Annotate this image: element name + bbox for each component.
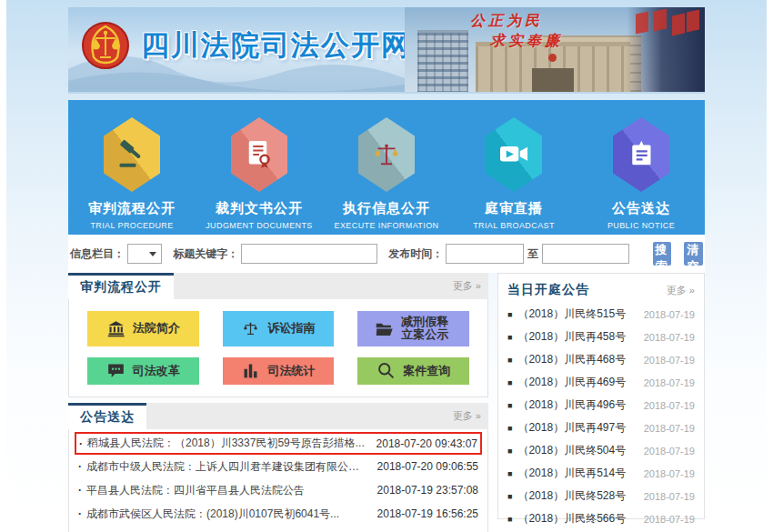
- hexagon-tile[interactable]: [486, 117, 542, 192]
- nav-public-notice[interactable]: 公告送达 PUBLIC NOTICE: [577, 117, 705, 235]
- more-link[interactable]: 更多 »: [453, 279, 488, 293]
- todays-hearings-panel: 当日开庭公告 更多 » ■ （2018）川民终515号 2018-07-19 ■…: [497, 273, 705, 519]
- hearing-list-item[interactable]: ■ （2018）川民再469号 2018-07-19: [498, 371, 704, 394]
- notice-list-item-highlighted[interactable]: · 稻城县人民法院：（2018）川3337民初59号原告彭措格... 2018-…: [75, 432, 482, 455]
- hearing-case-number: （2018）川民再458号: [517, 329, 643, 345]
- hearing-date: 2018-07-19: [644, 309, 695, 320]
- hearing-list-item[interactable]: ■ （2018）川民再468号 2018-07-19: [498, 348, 704, 371]
- hearing-list-item[interactable]: ■ （2018）川民再514号 2018-07-19: [498, 462, 704, 485]
- case-query-button[interactable]: 案件查询: [357, 357, 469, 385]
- nav-execute-information[interactable]: 执行信息公开 EXECUTE INFORMATION: [323, 117, 450, 235]
- hearing-list-item[interactable]: ■ （2018）川民终504号 2018-07-19: [498, 439, 704, 462]
- hexagon-tile[interactable]: [358, 117, 415, 192]
- hearing-case-number: （2018）川民再514号: [517, 466, 643, 481]
- hearing-list-item[interactable]: ■ （2018）川民终515号 2018-07-19: [498, 303, 704, 326]
- square-bullet-icon: ■: [507, 492, 512, 501]
- tab-public-notice[interactable]: 公告送达: [68, 403, 146, 429]
- sidebar: 当日开庭公告 更多 » ■ （2018）川民终515号 2018-07-19 ■…: [497, 273, 705, 532]
- keyword-input[interactable]: [241, 244, 377, 264]
- hearing-case-number: （2018）川民再497号: [517, 420, 643, 436]
- notice-title: 成都市中级人民法院：上诉人四川君羊建设集团有限公司与被上诉...: [86, 459, 368, 475]
- notice-date: 2018-07-19 23:57:08: [377, 484, 478, 497]
- nav-label-en: JUDGMENT DOCUMENTS: [196, 221, 323, 230]
- nav-trial-broadcast[interactable]: 庭审直播 TRIAL BROADCAST: [450, 117, 577, 235]
- date-to-input[interactable]: [542, 244, 629, 264]
- sidebar-title: 当日开庭公告: [507, 282, 589, 298]
- nav-label-cn: 公告送达: [577, 200, 705, 217]
- main-content: 审判流程公开 更多 » 法院简介: [68, 273, 705, 532]
- red-flag-icon: [672, 14, 685, 36]
- red-flag-icon: [687, 10, 699, 33]
- court-intro-button[interactable]: 法院简介: [87, 311, 199, 346]
- crowd-photo: [627, 7, 705, 92]
- date-from-input[interactable]: [446, 244, 524, 264]
- more-link[interactable]: 更多 »: [667, 284, 695, 297]
- nav-label-cn: 审判流程公开: [68, 200, 196, 217]
- more-link[interactable]: 更多 »: [453, 409, 488, 423]
- left-column: 审判流程公开 更多 » 法院简介: [68, 273, 488, 532]
- keyword-label: 标题关键字：: [173, 246, 238, 262]
- notice-title: 稻城县人民法院：（2018）川3337民初59号原告彭措格...: [87, 436, 367, 451]
- hexagon-tile[interactable]: [231, 117, 287, 192]
- notice-list-item[interactable]: · 平昌县人民法院：四川省平昌县人民法院公告 2018-07-19 23:57:…: [75, 478, 482, 502]
- hearing-case-number: （2018）川民终566号: [517, 511, 643, 527]
- nav-label-cn: 庭审直播: [450, 200, 577, 217]
- date-label: 发布时间：: [388, 246, 443, 262]
- notice-list-item[interactable]: · 成都市武侯区人民法院：(2018)川0107民初6041号... 2018-…: [75, 502, 482, 526]
- hearing-list-item[interactable]: ■ （2018）川民终566号 2018-07-19: [498, 507, 704, 530]
- notice-title: 成都市武侯区人民法院：(2018)川0107民初6041号...: [86, 507, 368, 522]
- site-banner: 四川法院司法公开网 公正为民 求实奉廉: [68, 7, 705, 94]
- button-label: 法院简介: [133, 322, 180, 336]
- hearing-case-number: （2018）川民再496号: [517, 397, 643, 413]
- hearing-list-item[interactable]: ■ （2018）川民再458号 2018-07-19: [498, 326, 704, 348]
- hexagon-tile[interactable]: [104, 117, 160, 192]
- hexagon-tile[interactable]: [613, 117, 669, 192]
- magnifier-icon: [376, 361, 396, 380]
- hearing-list-item[interactable]: ■ （2018）川民再496号 2018-07-19: [498, 394, 704, 417]
- notice-list-item[interactable]: · 成都市中级人民法院：上诉人四川君羊建设集团有限公司与被上诉... 2018-…: [75, 455, 482, 478]
- hearing-date: 2018-07-19: [644, 355, 695, 366]
- square-bullet-icon: ■: [507, 515, 512, 524]
- hearing-list-item[interactable]: ■ （2018）川民再497号 2018-07-19: [498, 417, 704, 439]
- page: 四川法院司法公开网 公正为民 求实奉廉: [68, 7, 705, 532]
- category-select[interactable]: [127, 244, 162, 264]
- office-tower-image: [417, 30, 468, 92]
- tab-trial-procedure[interactable]: 审判流程公开: [68, 273, 174, 299]
- hearing-date: 2018-07-19: [644, 491, 695, 502]
- notice-list-item[interactable]: · 平昌县人民法院：原告牟文均诉被告覃奇才民间借贷纠纷一案民事... 2018-…: [75, 526, 482, 532]
- nav-label-cn: 裁判文书公开: [196, 200, 323, 217]
- clear-conditions-button[interactable]: 清空条件: [684, 242, 703, 266]
- nav-judgment-documents[interactable]: 裁判文书公开 JUDGMENT DOCUMENTS: [196, 117, 323, 235]
- bullet-icon: ·: [78, 507, 82, 520]
- notice-date: 2018-07-20 09:06:55: [377, 460, 478, 473]
- button-label: 司法改革: [133, 365, 180, 378]
- red-flag-icon: [654, 9, 667, 32]
- hearing-date: 2018-07-19: [644, 468, 695, 479]
- hearing-date: 2018-07-19: [644, 446, 695, 457]
- square-bullet-icon: ■: [507, 356, 512, 365]
- nav-label-cn: 执行信息公开: [323, 200, 450, 217]
- hearing-list-item[interactable]: ■ （2018）川民终528号 2018-07-19: [498, 485, 704, 507]
- date-to-label: 至: [527, 246, 538, 262]
- notice-date: 2018-07-20 09:43:07: [376, 437, 477, 450]
- hearing-case-number: （2018）川民终504号: [517, 443, 643, 458]
- court-emblem-icon: [81, 21, 130, 70]
- nav-trial-procedure[interactable]: 审判流程公开 TRIAL PROCEDURE: [68, 117, 196, 235]
- hearing-case-number: （2018）川民再468号: [517, 352, 643, 367]
- panel-header: 公告送达 更多 »: [68, 403, 488, 429]
- litigation-guide-button[interactable]: 诉讼指南: [223, 311, 335, 346]
- public-notice-panel: 公告送达 更多 » · 稻城县人民法院：（2018）川3337民初59号原告彭措…: [68, 403, 488, 532]
- judicial-statistics-button[interactable]: 司法统计: [223, 357, 335, 385]
- judicial-reform-button[interactable]: 司法改革: [87, 357, 199, 385]
- parole-filing-publicity-button[interactable]: 减刑假释立案公示: [357, 311, 469, 346]
- hearing-date: 2018-07-19: [644, 377, 695, 388]
- scales-icon: [370, 138, 403, 171]
- folder-icon: [375, 319, 394, 338]
- search-button[interactable]: 搜 索: [653, 242, 671, 266]
- banner-brand-area: 四川法院司法公开网: [68, 7, 405, 92]
- calligraphy-slogan: 公正为民 求实奉廉: [470, 11, 563, 50]
- brand: 四川法院司法公开网: [81, 21, 411, 70]
- main-nav-strip: 审判流程公开 TRIAL PROCEDURE 裁判文书公开 JUDGMENT D…: [68, 100, 705, 235]
- notice-date: 2018-07-19 16:56:25: [377, 507, 478, 520]
- square-bullet-icon: ■: [507, 469, 512, 478]
